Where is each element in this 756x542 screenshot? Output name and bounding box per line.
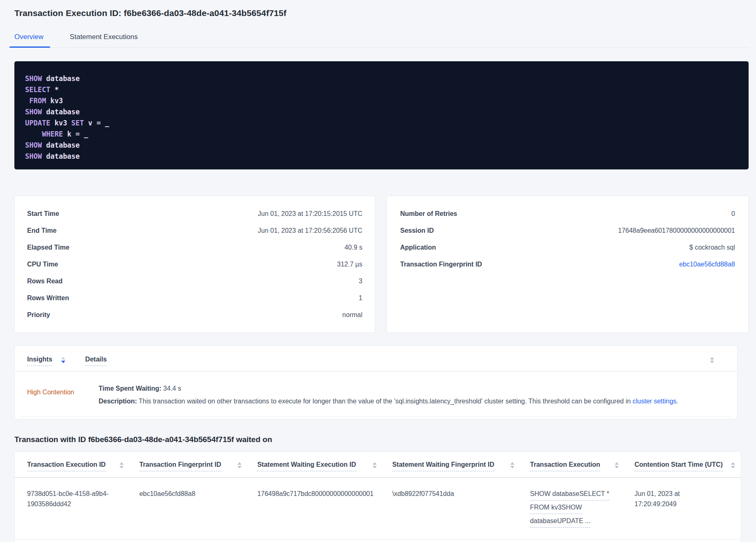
row-label: Session ID [400,227,434,234]
sort-asc-icon [731,462,735,465]
row-label: Start Time [27,210,59,218]
sql-keyword: SET [71,119,84,127]
transaction-execution-link[interactable]: SHOW databaseSELECT * FROM kv3SHOW datab… [530,489,619,528]
sort-desc-icon [120,466,124,468]
sql-keyword: SHOW [25,108,42,116]
summary-row-session-id: Session ID 17648a9eea6017800000000000000… [400,222,735,239]
transaction-summary-card: Start Time Jun 01, 2023 at 17:20:15:2015… [14,196,375,333]
insight-type-label: High Contention [27,382,99,408]
time-spent-waiting-value: 34.4 s [161,385,181,392]
column-header-statement-waiting-fingerprint-id[interactable]: Statement Waiting Fingerprint ID [392,461,530,477]
cell-transaction-execution: SHOW databaseSELECT * FROM kv3SHOW datab… [530,489,634,529]
column-label: Transaction Execution ID [27,461,106,471]
sort-icon[interactable] [510,462,514,468]
sql-text [25,130,42,138]
sort-desc-icon [731,466,735,468]
sql-text: database [42,108,80,116]
sql-text [25,97,29,105]
column-header-transaction-execution[interactable]: Transaction Execution [530,461,634,477]
column-header-details[interactable]: Details [85,356,106,366]
sort-icon[interactable] [237,462,242,468]
column-header-transaction-fingerprint-id[interactable]: Transaction Fingerprint ID [139,461,257,477]
sql-line: SHOW database [25,140,738,151]
sort-icon[interactable] [120,462,124,468]
sort-icon[interactable] [615,462,619,468]
sql-keyword: SHOW [25,141,42,149]
cell-contention-start-time: Jun 01, 2023 at 17:20:49:2049 [634,489,738,529]
sql-line: SHOW database [25,107,738,118]
sort-asc-icon [615,462,619,465]
time-spent-waiting: Time Spent Waiting: 34.4 s [99,382,678,395]
insight-row: High Contention Time Spent Waiting: 34.4… [15,371,737,408]
sort-icon[interactable] [731,462,735,468]
summary-row-rows-read: Rows Read 3 [27,273,362,290]
sql-line: FROM kv3 [25,95,738,107]
summary-row-cpu-time: CPU Time 312.7 µs [27,256,362,273]
row-label: Transaction Fingerprint ID [400,261,482,268]
row-value: 0 [731,210,735,218]
insight-details: Time Spent Waiting: 34.4 s Description: … [99,382,678,408]
sql-text: * [50,86,58,94]
row-value: 40.9 s [344,244,362,251]
row-value: Jun 01, 2023 at 17:20:56:2056 UTC [258,227,362,234]
cell-transaction-fingerprint-id: ebc10ae56cfd88a8 [139,489,257,529]
tab-overview[interactable]: Overview [14,30,44,47]
row-value: 1 [359,294,362,302]
row-label: Application [400,244,436,251]
sql-text: database [42,74,80,83]
sql-text: database [42,141,80,149]
column-header-transaction-execution-id[interactable]: Transaction Execution ID [27,461,139,477]
row-value: normal [342,311,362,319]
sql-line: SHOW database [25,73,738,84]
sql-keyword: SHOW [25,152,42,160]
summary-row-start-time: Start Time Jun 01, 2023 at 17:20:15:2015… [27,205,362,222]
sort-asc-icon [710,357,714,359]
row-label: Rows Written [27,294,69,302]
sort-desc-icon [373,466,377,468]
sql-text: v = _ [84,119,109,127]
sort-icon[interactable] [373,462,377,468]
sql-line: SELECT * [25,84,738,95]
cluster-settings-link[interactable]: cluster settings [633,398,677,405]
summary-row-transaction-fingerprint-id: Transaction Fingerprint ID ebc10ae56cfd8… [400,256,735,273]
summary-row-priority: Priority normal [27,306,362,323]
sort-asc-icon [61,357,65,359]
row-value: 3 [359,278,362,285]
session-summary-card: Number of Retries 0 Session ID 17648a9ee… [387,196,749,333]
tab-statement-executions[interactable]: Statement Executions [70,30,138,47]
column-header-contention-start-time[interactable]: Contention Start Time (UTC) [634,461,738,477]
sort-icon[interactable] [61,357,65,363]
description-text: This transaction waited on other transac… [137,398,632,405]
sort-asc-icon [510,462,514,465]
column-header-insights[interactable]: Insights [27,356,52,366]
sql-line: WHERE k = _ [25,129,738,140]
row-value: 312.7 µs [337,261,362,268]
transaction-fingerprint-link[interactable]: ebc10ae56cfd88a8 [679,261,735,268]
column-label: Transaction Fingerprint ID [139,461,221,471]
column-header-statement-waiting-execution-id[interactable]: Statement Waiting Execution ID [257,461,392,477]
sql-text: kv3 [46,97,63,105]
column-label: Contention Start Time (UTC) [634,461,723,471]
sort-icon[interactable] [710,357,714,363]
insight-description: Description: This transaction waited on … [99,395,678,408]
summary-row-application: Application $ cockroach sql [400,239,735,256]
sql-keyword: FROM [29,97,46,105]
description-label: Description: [99,398,137,405]
sort-asc-icon [373,462,377,465]
transaction-execution-link-line: SHOW databaseSELECT * [530,489,609,500]
sort-desc-icon [615,466,619,468]
row-label: Priority [27,311,50,319]
description-suffix: . [676,398,678,405]
row-value: 17648a9eea6017800000000000000001 [618,227,735,234]
tabbar: Overview Statement Executions [14,30,749,48]
sql-text: k = _ [63,130,88,138]
sql-text: database [42,152,80,160]
column-label: Statement Waiting Fingerprint ID [392,461,494,471]
page-title: Transaction Execution ID: f6be6366-da03-… [14,8,286,18]
summary-row-end-time: End Time Jun 01, 2023 at 17:20:56:2056 U… [27,222,362,239]
sql-statements-box: SHOW database SELECT * FROM kv3 SHOW dat… [14,61,749,169]
summary-row-number-of-retries: Number of Retries 0 [400,205,735,222]
sql-text: kv3 [50,119,71,127]
sql-line: UPDATE kv3 SET v = _ [25,118,738,129]
row-label: Number of Retries [400,210,457,218]
